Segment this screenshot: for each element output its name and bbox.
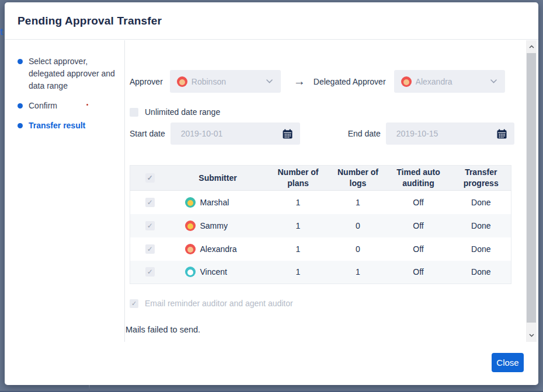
scroll-up-button[interactable]	[526, 40, 537, 53]
logs-count: 1	[330, 261, 386, 284]
column-header-progress: Transfer progress	[451, 166, 511, 191]
delegated-approver-avatar-icon	[401, 76, 412, 87]
table-row: ✓ Alexandra 1 0 Off Done	[130, 237, 511, 261]
background-text-fragment: t	[0, 27, 3, 37]
step-label: Select approver, delegated approver and …	[29, 55, 116, 92]
pending-approval-transfer-dialog: Pending Approval Transfer Select approve…	[5, 2, 538, 385]
close-button[interactable]: Close	[492, 353, 524, 372]
row-checkbox[interactable]: ✓	[145, 198, 155, 207]
step-label: Confirm	[29, 100, 57, 112]
column-header-auditing: Timed auto auditing	[386, 166, 451, 191]
transfer-arrow-icon: →	[294, 75, 305, 88]
submitter-avatar-icon	[185, 220, 196, 231]
transfer-progress-status: Done	[451, 237, 511, 261]
approver-select[interactable]: Robinson	[170, 70, 281, 93]
step-confirm: Confirm	[18, 100, 116, 112]
start-date-value: 2019-10-01	[181, 129, 283, 138]
row-checkbox[interactable]: ✓	[145, 221, 155, 230]
submitter-avatar-icon	[185, 197, 196, 208]
delegated-approver-label: Delegated Approver	[314, 77, 386, 86]
dialog-header: Pending Approval Transfer	[5, 2, 538, 40]
dialog-footer: Close	[5, 342, 538, 385]
unlimited-date-range-label: Unlimited date range	[145, 107, 220, 117]
end-date-value: 2019-10-15	[396, 129, 497, 138]
date-range-row: Start date 2019-10-01 End date 2019-10-1…	[130, 123, 514, 145]
logs-count: 0	[330, 214, 386, 237]
steps-sidebar: Select approver, delegated approver and …	[5, 40, 125, 342]
auto-auditing-status: Off	[386, 261, 451, 284]
transfer-progress-status: Done	[451, 261, 511, 284]
vertical-scrollbar[interactable]	[526, 40, 537, 342]
logs-count: 0	[330, 237, 386, 261]
plans-count: 1	[266, 214, 330, 237]
chevron-down-icon	[529, 334, 534, 337]
approver-selected-value: Robinson	[192, 77, 266, 86]
approver-label: Approver	[130, 77, 163, 86]
table-row: ✓ Vincent 1 1 Off Done	[130, 261, 511, 284]
table-header-row: ✓ Submitter Number of plans Number of lo…	[130, 166, 511, 191]
auto-auditing-status: Off	[386, 191, 451, 214]
row-checkbox[interactable]: ✓	[145, 267, 155, 276]
stray-red-dot	[86, 104, 88, 106]
chevron-down-icon	[266, 79, 273, 83]
unlimited-date-range-row: Unlimited date range	[130, 107, 220, 117]
calendar-icon	[283, 129, 293, 139]
auto-auditing-status: Off	[386, 237, 451, 261]
table-row: ✓ Sammy 1 0 Off Done	[130, 214, 511, 237]
scroll-down-button[interactable]	[526, 329, 537, 342]
email-reminder-row: ✓ Email reminder auditor and agent audit…	[130, 299, 293, 308]
plans-count: 1	[266, 191, 330, 214]
submitter-name: Vincent	[200, 267, 227, 276]
transfer-progress-status: Done	[451, 191, 511, 214]
step-bullet-icon	[18, 59, 23, 64]
table-row: ✓ Marshal 1 1 Off Done	[130, 191, 511, 214]
step-bullet-icon	[18, 123, 23, 128]
approver-avatar-icon	[177, 76, 187, 87]
approver-row: Approver Robinson → Delegated Approver A…	[130, 70, 505, 93]
email-reminder-checkbox[interactable]: ✓	[130, 299, 138, 308]
dialog-body: Select approver, delegated approver and …	[5, 40, 538, 342]
transfer-progress-status: Done	[451, 214, 511, 237]
start-date-input[interactable]: 2019-10-01	[170, 123, 300, 145]
delegated-approver-selected-value: Alexandra	[416, 77, 490, 86]
start-date-label: Start date	[130, 129, 165, 138]
scrollbar-thumb[interactable]	[527, 53, 536, 323]
transfer-result-table: ✓ Submitter Number of plans Number of lo…	[130, 165, 511, 284]
row-checkbox[interactable]: ✓	[145, 244, 155, 254]
submitter-name: Alexandra	[200, 244, 237, 254]
column-header-plans: Number of plans	[266, 166, 330, 191]
submitter-avatar-icon	[185, 244, 196, 254]
plans-count: 1	[266, 261, 330, 284]
step-transfer-result: Transfer result	[18, 120, 116, 132]
select-all-column-header: ✓	[130, 166, 170, 191]
submitter-avatar-icon	[185, 267, 196, 277]
chevron-down-icon	[490, 79, 497, 83]
page-background: t Pending Approval Transfer Select appro…	[0, 0, 543, 392]
status-message: Mails failed to send.	[126, 325, 200, 334]
step-bullet-icon	[18, 103, 23, 108]
logs-count: 1	[330, 191, 386, 214]
end-date-label: End date	[348, 129, 381, 138]
calendar-icon	[497, 129, 507, 139]
submitter-name: Sammy	[200, 221, 228, 230]
unlimited-date-range-checkbox[interactable]	[130, 108, 138, 117]
chevron-up-icon	[529, 45, 534, 48]
delegated-approver-select[interactable]: Alexandra	[394, 70, 505, 93]
auto-auditing-status: Off	[386, 214, 451, 237]
step-label: Transfer result	[29, 120, 85, 132]
column-header-submitter: Submitter	[170, 166, 266, 191]
select-all-checkbox[interactable]: ✓	[145, 173, 155, 183]
step-select-approver: Select approver, delegated approver and …	[18, 55, 116, 92]
dialog-title: Pending Approval Transfer	[18, 15, 162, 27]
end-date-input[interactable]: 2019-10-15	[386, 123, 514, 145]
plans-count: 1	[266, 237, 330, 261]
email-reminder-label: Email reminder auditor and agent auditor	[145, 299, 293, 308]
column-header-logs: Number of logs	[330, 166, 386, 191]
submitter-name: Marshal	[200, 198, 229, 207]
